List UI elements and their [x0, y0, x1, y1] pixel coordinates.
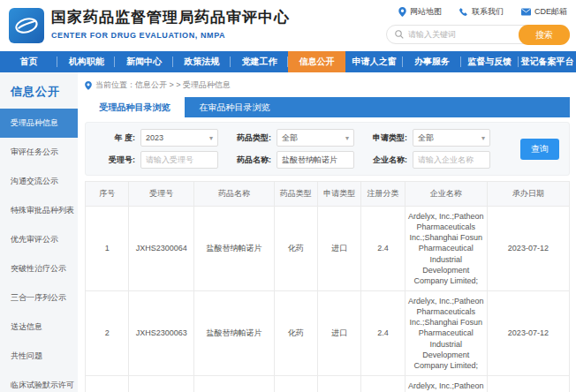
tab-accepted-catalog[interactable]: 受理品种目录浏览 [85, 97, 185, 117]
main-panel: 当前位置：信息公开 > > 受理品种信息 受理品种目录浏览 在审品种目录浏览 年… [78, 72, 576, 392]
table-cell: 3 [86, 375, 129, 392]
header-top-links: 网站地图 联系我们 CDE邮箱 [398, 6, 567, 18]
contact-link[interactable]: 联系我们 [459, 6, 504, 18]
table-cell: 进口 [318, 207, 361, 291]
sidebar-item-2[interactable]: 审评任务公示 [0, 138, 78, 167]
apply-type-filter-group: 申请类型: 全部 ▾ [363, 129, 490, 147]
table-header-3: 药品名称 [194, 182, 274, 207]
table-cell: 化药 [274, 375, 317, 392]
table-cell: 盐酸替纳帕诺片 [194, 290, 274, 375]
table-header-row: 序号受理号药品名称药品类型申请类型注册分类企业名称承办日期 [86, 182, 570, 207]
table-cell: 进口 [318, 290, 361, 375]
drug-name-filter-group: 药品名称: [227, 151, 354, 169]
year-filter-group: 年 度: 2023 ▾ [91, 129, 218, 147]
table-header-2: 受理号 [129, 182, 194, 207]
drug-type-select[interactable]: 全部 ▾ [277, 129, 354, 147]
nav-item-6[interactable]: 信息公开 [288, 51, 345, 72]
chevron-down-icon: ▾ [209, 134, 213, 142]
sidebar-item-1[interactable]: 受理品种信息 [0, 109, 78, 138]
table-cell: 2.4 [361, 207, 405, 291]
site-header: 国家药品监督管理局药品审评中心 CENTER FOR DRUG EVALUATI… [0, 0, 576, 51]
drug-type-label: 药品类型: [227, 132, 271, 144]
company-input[interactable] [413, 151, 490, 169]
table-row: 1JXHS2300064盐酸替纳帕诺片化药进口2.4Ardelyx, Inc.;… [86, 207, 570, 291]
year-select[interactable]: 2023 ▾ [140, 129, 218, 147]
nav-item-1[interactable]: 首页 [0, 51, 57, 72]
drug-name-input[interactable] [277, 151, 354, 169]
envelope-icon [521, 8, 531, 16]
sitemap-link[interactable]: 网站地图 [398, 6, 442, 18]
table-cell: 盐酸替纳帕诺片 [194, 375, 274, 392]
sidebar-item-8[interactable]: 送达信息 [0, 313, 78, 342]
cde-logo [9, 8, 44, 43]
nav-item-10[interactable]: 登记备案平台 [519, 51, 576, 72]
breadcrumb: 当前位置：信息公开 > > 受理品种信息 [85, 79, 570, 91]
sidebar-item-7[interactable]: 三合一序列公示 [0, 283, 78, 313]
filter-row-2: 受理号: 药品名称: 企业名称: [91, 151, 512, 169]
nav-item-8[interactable]: 办事服务 [403, 51, 460, 72]
title-block: 国家药品监督管理局药品审评中心 CENTER FOR DRUG EVALUATI… [51, 7, 290, 40]
table-header-8: 承办日期 [487, 182, 569, 207]
nav-item-3[interactable]: 新闻中心 [115, 51, 172, 72]
year-label: 年 度: [91, 132, 135, 144]
acceptance-label: 受理号: [91, 155, 135, 166]
filter-row-1: 年 度: 2023 ▾ 药品类型: 全部 ▾ 申请类型: [91, 129, 512, 147]
table-cell: Ardelyx, Inc.;Patheon Pharmaceuticals In… [405, 207, 487, 291]
sidebar: 信息公开 受理品种信息审评任务公示沟通交流公示特殊审批品种列表优先审评公示突破性… [0, 72, 78, 392]
table-row: 2JXHS2300063盐酸替纳帕诺片化药进口2.4Ardelyx, Inc.;… [86, 290, 570, 375]
search-button[interactable]: 搜索 [519, 25, 570, 45]
nav-item-7[interactable]: 申请人之窗 [345, 51, 403, 72]
drug-type-filter-group: 药品类型: 全部 ▾ [227, 129, 354, 147]
contact-link-label: 联系我们 [472, 6, 504, 18]
phone-icon [459, 8, 468, 17]
tab-bar: 受理品种目录浏览 在审品种目录浏览 [85, 97, 570, 117]
drug-name-label: 药品名称: [227, 155, 271, 166]
search-bar: 搜索 [386, 25, 570, 44]
table-header-5: 申请类型 [318, 182, 361, 207]
nav-item-5[interactable]: 党建工作 [231, 51, 288, 72]
table-cell: JXHS2300062 [129, 375, 194, 392]
table-cell: 2.4 [361, 375, 405, 392]
table-header-7: 企业名称 [405, 182, 487, 207]
cde-logo-icon [11, 11, 42, 41]
sidebar-item-9[interactable]: 共性问题 [0, 342, 78, 371]
nav-item-2[interactable]: 机构职能 [57, 51, 115, 72]
sidebar-item-5[interactable]: 优先审评公示 [0, 225, 78, 254]
sidebar-item-6[interactable]: 突破性治疗公示 [0, 254, 78, 283]
breadcrumb-pin-icon [85, 81, 92, 90]
sidebar-item-3[interactable]: 沟通交流公示 [0, 167, 78, 196]
acceptance-input[interactable] [140, 151, 218, 169]
query-button[interactable]: 查询 [520, 139, 559, 160]
sidebar-title: 信息公开 [0, 80, 78, 109]
nav-item-4[interactable]: 政策法规 [173, 51, 231, 72]
chevron-down-icon: ▾ [345, 134, 349, 142]
apply-type-label: 申请类型: [363, 132, 407, 144]
tab-under-review-catalog[interactable]: 在审品种目录浏览 [185, 97, 284, 117]
sidebar-menu: 受理品种信息审评任务公示沟通交流公示特殊审批品种列表优先审评公示突破性治疗公示三… [0, 109, 78, 392]
table-row: 3JXHS2300062盐酸替纳帕诺片化药进口2.4Ardelyx, Inc.;… [86, 375, 570, 392]
table-cell: JXHS2300063 [129, 290, 194, 375]
table-cell: JXHS2300064 [129, 207, 194, 291]
acceptance-filter-group: 受理号: [91, 151, 218, 169]
site-subtitle: CENTER FOR DRUG EVALUATION, NMPA [51, 31, 290, 40]
map-pin-icon [398, 7, 406, 17]
sidebar-item-4[interactable]: 特殊审批品种列表 [0, 196, 78, 225]
mailbox-link-label: CDE邮箱 [534, 6, 567, 18]
table-cell: 化药 [274, 290, 317, 375]
mailbox-link[interactable]: CDE邮箱 [521, 6, 567, 18]
sidebar-item-10[interactable]: 临床试验默示许可 [0, 371, 78, 392]
table-cell: 2023-07-12 [487, 375, 569, 392]
table-cell: 1 [86, 207, 129, 291]
table-cell: 2 [86, 290, 129, 375]
content: 信息公开 受理品种信息审评任务公示沟通交流公示特殊审批品种列表优先审评公示突破性… [0, 72, 576, 392]
nav-item-9[interactable]: 监督与反馈 [461, 51, 519, 72]
chevron-down-icon: ▾ [481, 134, 485, 142]
apply-type-select[interactable]: 全部 ▾ [413, 129, 490, 147]
table-cell: 2023-07-12 [487, 290, 569, 375]
table-cell: 化药 [274, 207, 317, 291]
filter-panel: 年 度: 2023 ▾ 药品类型: 全部 ▾ 申请类型: [85, 122, 570, 176]
year-select-value: 2023 [146, 133, 163, 142]
breadcrumb-text: 当前位置：信息公开 > > 受理品种信息 [95, 79, 231, 91]
sitemap-link-label: 网站地图 [410, 6, 442, 18]
main-nav: 首页机构职能新闻中心政策法规党建工作信息公开申请人之窗办事服务监督与反馈登记备案… [0, 51, 576, 72]
